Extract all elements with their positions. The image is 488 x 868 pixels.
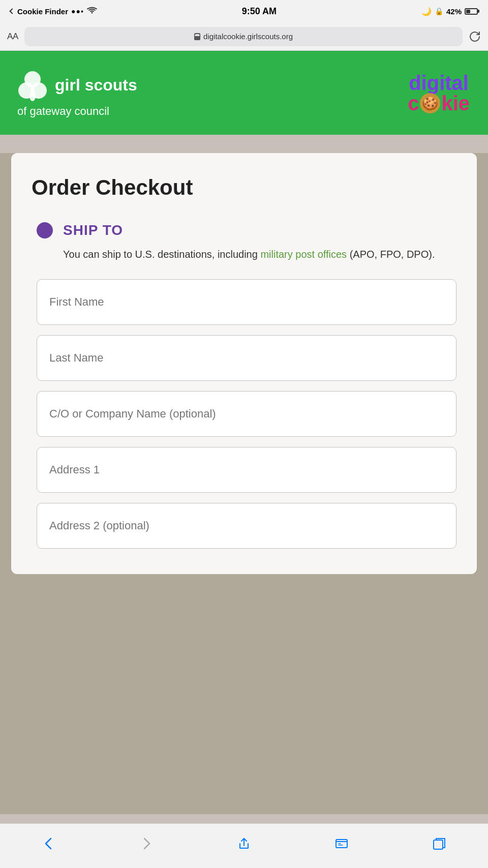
url-bar[interactable]: digitalcookie.girlscouts.org <box>24 27 463 46</box>
nav-share-button[interactable] <box>224 828 264 859</box>
dc-cookie-row: c kie <box>408 93 470 113</box>
back-arrow-status <box>9 8 15 14</box>
company-name-input[interactable] <box>37 391 456 437</box>
gs-subtitle: of gateway council <box>15 105 137 118</box>
trefoil-icon <box>15 68 50 103</box>
ship-to-description: You can ship to U.S. destinations, inclu… <box>37 247 456 262</box>
nav-back-button[interactable] <box>28 828 69 859</box>
text-size-button[interactable]: AA <box>7 32 18 42</box>
svg-rect-4 <box>336 840 347 848</box>
refresh-button[interactable] <box>469 31 481 43</box>
svg-rect-5 <box>434 840 443 849</box>
cookie-dot-icon <box>420 93 440 113</box>
military-post-offices-link[interactable]: military post offices <box>260 249 347 260</box>
dc-digital-text: digital <box>408 73 470 93</box>
ship-to-desc-text1: You can ship to U.S. destinations, inclu… <box>63 249 258 260</box>
first-name-input[interactable] <box>37 279 456 325</box>
ship-to-desc-text2: (APO, FPO, DPO). <box>347 249 435 260</box>
nav-tabs-button[interactable] <box>419 828 460 859</box>
status-right: 🌙 🔒 42% <box>421 7 478 16</box>
ship-to-title: SHIP TO <box>63 222 123 238</box>
moon-icon: 🌙 <box>421 7 432 16</box>
battery-fill <box>466 10 470 13</box>
url-text: digitalcookie.girlscouts.org <box>203 32 293 41</box>
battery-icon <box>465 8 478 15</box>
address2-input[interactable] <box>37 503 456 549</box>
bottom-nav-bar <box>0 823 488 868</box>
app-name: Cookie Finder <box>17 7 68 16</box>
nav-forward-button[interactable] <box>126 828 167 859</box>
svg-point-3 <box>29 91 36 101</box>
checkout-card: Order Checkout SHIP TO You can ship to U… <box>11 153 477 574</box>
nav-bookmarks-button[interactable] <box>321 828 362 859</box>
ship-to-section: SHIP TO You can ship to U.S. destination… <box>32 222 456 549</box>
ship-to-header: SHIP TO <box>37 222 456 238</box>
gs-title: girl scouts <box>55 76 137 94</box>
dc-kie-letters: kie <box>441 93 470 113</box>
gs-logo: girl scouts of gateway council <box>15 68 137 118</box>
status-left: Cookie Finder ●●▪ <box>10 7 97 16</box>
status-bar: Cookie Finder ●●▪ 9:50 AM 🌙 🔒 42% <box>0 0 488 22</box>
lock-status-icon: 🔒 <box>435 7 443 15</box>
secure-lock-icon <box>194 33 200 40</box>
signal-dots: ●●▪ <box>71 7 84 15</box>
digital-cookie-logo: digital c kie <box>408 73 470 113</box>
step-indicator-dot <box>37 222 53 238</box>
dc-c-letter: c <box>408 93 419 113</box>
last-name-input[interactable] <box>37 335 456 381</box>
status-time: 9:50 AM <box>242 6 277 17</box>
address1-input[interactable] <box>37 447 456 493</box>
page-title: Order Checkout <box>32 175 456 200</box>
gs-logo-top: girl scouts <box>15 68 137 103</box>
address-bar: AA digitalcookie.girlscouts.org <box>0 22 488 51</box>
header-banner: girl scouts of gateway council digital c… <box>0 51 488 135</box>
wifi-icon <box>87 7 97 16</box>
battery-percent: 42% <box>446 7 462 16</box>
shipping-form <box>37 279 456 549</box>
